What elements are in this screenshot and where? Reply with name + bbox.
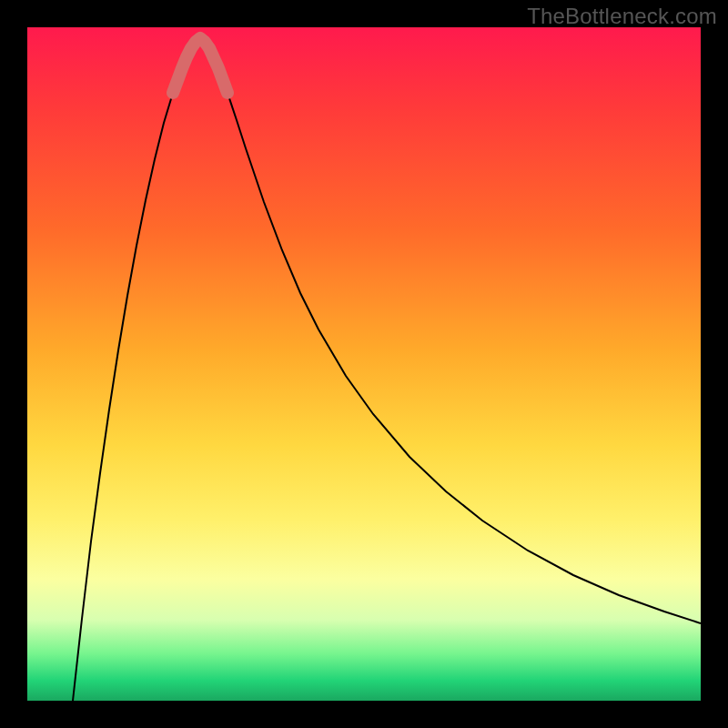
curve-svg [27, 27, 701, 701]
valley-highlight [173, 38, 228, 93]
watermark-text: TheBottleneck.com [527, 4, 717, 29]
plot-area [27, 27, 701, 701]
bottleneck-curve [73, 38, 701, 701]
chart-frame: TheBottleneck.com [0, 0, 728, 728]
